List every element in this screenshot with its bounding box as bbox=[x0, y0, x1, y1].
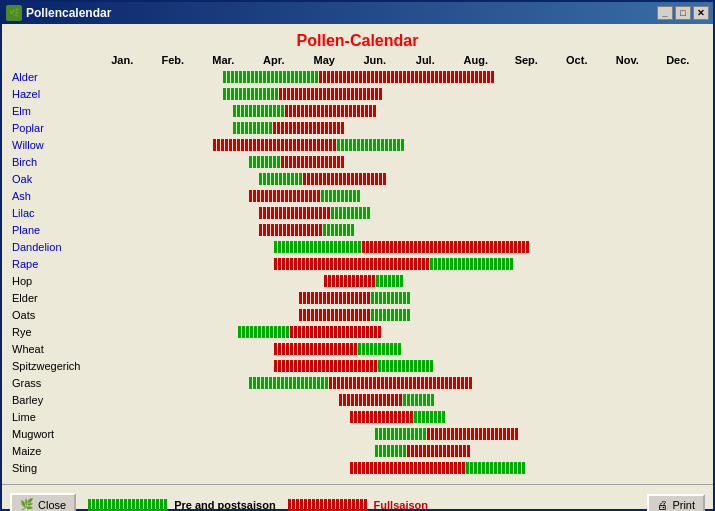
bar-tick bbox=[231, 71, 234, 83]
bar-tick bbox=[349, 105, 352, 117]
bar-tick bbox=[325, 156, 328, 168]
bar-tick bbox=[332, 275, 335, 287]
bar-tick bbox=[335, 292, 338, 304]
bar-tick bbox=[377, 377, 380, 389]
bar-tick bbox=[346, 326, 349, 338]
bar-tick bbox=[307, 71, 310, 83]
bar-tick bbox=[283, 88, 286, 100]
bar-tick bbox=[273, 139, 276, 151]
bar-tick bbox=[515, 428, 518, 440]
bar-tick bbox=[223, 88, 226, 100]
bar-tick bbox=[273, 122, 276, 134]
minimize-button[interactable]: _ bbox=[657, 6, 673, 20]
bar-tick bbox=[441, 377, 444, 389]
bar-tick bbox=[298, 258, 301, 270]
bar-tick bbox=[351, 207, 354, 219]
bar-tick bbox=[335, 207, 338, 219]
bar-segment bbox=[223, 71, 652, 83]
bar-tick bbox=[265, 105, 268, 117]
bar-tick bbox=[399, 428, 402, 440]
bar-tick bbox=[414, 360, 417, 372]
bar-tick bbox=[235, 88, 238, 100]
bar-tick bbox=[237, 105, 240, 117]
bar-tick bbox=[371, 173, 374, 185]
bar-tick bbox=[462, 462, 465, 474]
bar-tick bbox=[334, 326, 337, 338]
plant-label: Spitzwegerich bbox=[12, 360, 97, 372]
print-button[interactable]: 🖨 Print bbox=[647, 494, 705, 512]
bar-tick bbox=[303, 309, 306, 321]
bar-tick bbox=[273, 105, 276, 117]
close-title-button[interactable]: ✕ bbox=[693, 6, 709, 20]
bar-tick bbox=[253, 377, 256, 389]
bar-tick bbox=[394, 360, 397, 372]
bar-tick bbox=[354, 343, 357, 355]
bar-tick bbox=[299, 173, 302, 185]
bar-tick bbox=[343, 173, 346, 185]
table-row: Poplar bbox=[12, 119, 703, 136]
bar-tick bbox=[309, 105, 312, 117]
bar-tick bbox=[391, 71, 394, 83]
bar-tick bbox=[403, 394, 406, 406]
bar-tick bbox=[318, 343, 321, 355]
bar-tick bbox=[310, 326, 313, 338]
table-row: Barley bbox=[12, 391, 703, 408]
bar-tick bbox=[249, 190, 252, 202]
bar-area bbox=[97, 122, 703, 134]
bar-tick bbox=[370, 343, 373, 355]
close-button[interactable]: 🌿 Close bbox=[10, 493, 76, 511]
bar-tick bbox=[314, 326, 317, 338]
maximize-button[interactable]: □ bbox=[675, 6, 691, 20]
legend-tick bbox=[352, 499, 355, 511]
bar-tick bbox=[255, 88, 258, 100]
bar-tick bbox=[465, 377, 468, 389]
bar-tick bbox=[305, 105, 308, 117]
full-label: Fullsaison bbox=[374, 499, 428, 511]
bar-tick bbox=[438, 462, 441, 474]
bar-tick bbox=[286, 326, 289, 338]
bar-tick bbox=[386, 241, 389, 253]
legend-tick bbox=[88, 499, 91, 511]
legend-tick bbox=[108, 499, 111, 511]
bar-tick bbox=[306, 258, 309, 270]
bar-tick bbox=[318, 241, 321, 253]
bar-tick bbox=[289, 190, 292, 202]
bar-tick bbox=[257, 105, 260, 117]
bar-tick bbox=[406, 411, 409, 423]
bar-tick bbox=[362, 343, 365, 355]
bar-tick bbox=[383, 309, 386, 321]
bar-tick bbox=[249, 377, 252, 389]
window-title: Pollencalendar bbox=[26, 6, 111, 20]
bar-tick bbox=[322, 258, 325, 270]
bar-tick bbox=[474, 462, 477, 474]
bar-tick bbox=[322, 343, 325, 355]
bar-tick bbox=[246, 326, 249, 338]
bar-tick bbox=[387, 394, 390, 406]
bar-tick bbox=[367, 173, 370, 185]
bar-tick bbox=[350, 258, 353, 270]
bar-tick bbox=[379, 88, 382, 100]
bar-tick bbox=[467, 445, 470, 457]
bar-tick bbox=[259, 207, 262, 219]
bar-tick bbox=[333, 156, 336, 168]
bar-tick bbox=[498, 258, 501, 270]
bar-tick bbox=[402, 360, 405, 372]
bar-tick bbox=[342, 258, 345, 270]
bar-tick bbox=[281, 377, 284, 389]
bar-tick bbox=[315, 207, 318, 219]
bar-tick bbox=[299, 71, 302, 83]
bar-tick bbox=[259, 88, 262, 100]
bar-tick bbox=[435, 71, 438, 83]
bar-tick bbox=[405, 377, 408, 389]
bar-tick bbox=[387, 71, 390, 83]
bar-tick bbox=[367, 71, 370, 83]
bar-tick bbox=[329, 377, 332, 389]
bar-tick bbox=[330, 326, 333, 338]
bar-tick bbox=[411, 394, 414, 406]
bar-tick bbox=[283, 173, 286, 185]
bar-tick bbox=[470, 241, 473, 253]
print-label: Print bbox=[672, 499, 695, 511]
bar-tick bbox=[435, 428, 438, 440]
bar-area bbox=[97, 411, 703, 423]
bar-tick bbox=[337, 190, 340, 202]
